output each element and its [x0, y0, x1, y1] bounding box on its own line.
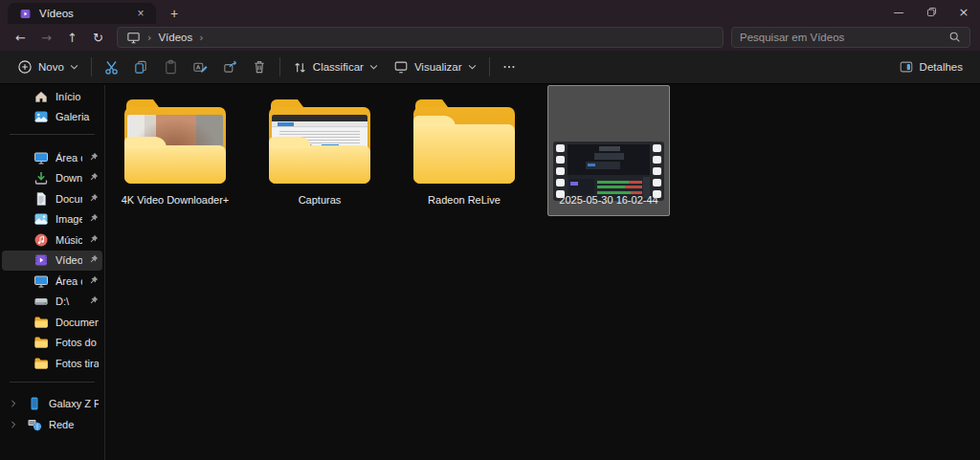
- music-icon: [33, 232, 49, 248]
- window-controls: — ×: [882, 0, 980, 24]
- expand-chevron-icon[interactable]: [10, 398, 17, 409]
- pin-icon: [89, 234, 99, 246]
- sidebar-item-fotos-tiradas[interactable]: Fotos tiradas pelo a: [2, 353, 102, 374]
- folder-icon: [33, 356, 49, 371]
- sidebar-item-label: Galeria: [56, 111, 99, 122]
- tile-radeon-relive[interactable]: Radeon ReLive: [403, 85, 525, 216]
- sidebar-item-label: Início: [56, 91, 99, 102]
- forward-button[interactable]: →: [33, 26, 59, 49]
- sidebar-item-label: Documentos: [56, 193, 82, 205]
- restore-icon: [925, 6, 938, 18]
- sort-button[interactable]: Classificar: [285, 54, 386, 80]
- close-button[interactable]: ×: [947, 0, 980, 24]
- share-icon: [222, 59, 237, 75]
- sidebar-item-fotos-do-aparelho[interactable]: Fotos do aparelho: [2, 333, 102, 354]
- details-pane-label: Detalhes: [920, 61, 963, 73]
- toolbar-separator: [279, 57, 280, 77]
- search-input[interactable]: [740, 32, 948, 43]
- breadcrumb-chevron-icon[interactable]: ›: [199, 32, 203, 44]
- back-button[interactable]: ←: [8, 26, 33, 49]
- folder-icon: [33, 335, 49, 350]
- gallery-icon: [33, 109, 49, 124]
- drive-icon: [33, 294, 49, 309]
- paste-icon: [163, 59, 178, 75]
- refresh-button[interactable]: ↻: [85, 26, 111, 49]
- trash-icon: [252, 59, 267, 75]
- pin-icon: [89, 152, 99, 164]
- sidebar-item-label: D:\: [56, 296, 82, 307]
- rename-icon: [192, 59, 208, 75]
- sidebar-item-documentos-folder[interactable]: Documentos: [2, 312, 102, 333]
- tile-capturas[interactable]: Capturas: [258, 85, 381, 216]
- sidebar-item-area-de-trabalho-2[interactable]: Área de Trabalho: [2, 271, 102, 292]
- view-button[interactable]: Visualizar: [386, 54, 484, 80]
- details-pane-button[interactable]: Detalhes: [891, 54, 970, 80]
- chevron-down-icon: [70, 64, 78, 70]
- rename-button[interactable]: [186, 54, 215, 80]
- paste-button[interactable]: [156, 54, 186, 80]
- file-name: 4K Video Downloader+: [117, 194, 234, 206]
- delete-button[interactable]: [245, 54, 275, 80]
- sidebar-item-label: Fotos tiradas pelo a: [56, 358, 99, 369]
- expand-chevron-icon[interactable]: [10, 419, 17, 430]
- sidebar-item-d-drive[interactable]: D:\: [2, 292, 102, 313]
- cut-button[interactable]: [97, 54, 126, 80]
- home-icon: [33, 89, 49, 104]
- sidebar-item-rede[interactable]: Rede: [2, 414, 102, 435]
- folder-icon-with-preview: [124, 99, 226, 184]
- sidebar-item-label: Rede: [49, 419, 99, 430]
- videos-icon: [19, 8, 32, 20]
- minimize-button[interactable]: —: [882, 0, 915, 24]
- sidebar-separator: [10, 382, 95, 383]
- sidebar-item-label: Galaxy Z Fold6: [49, 398, 99, 409]
- sidebar-item-musicas[interactable]: Músicas: [2, 230, 102, 251]
- sidebar-item-inicio[interactable]: Início: [2, 86, 102, 107]
- tile-4k-video-downloader[interactable]: 4K Video Downloader+: [114, 85, 236, 216]
- up-button[interactable]: ↑: [59, 26, 85, 49]
- sidebar-item-galeria[interactable]: Galeria: [2, 107, 102, 128]
- new-button[interactable]: Novo: [10, 54, 86, 80]
- sidebar-separator: [10, 134, 95, 135]
- main-area: Início Galeria Área de Trabalho Download…: [0, 85, 980, 460]
- sidebar-item-galaxy-z-fold6[interactable]: Galaxy Z Fold6: [2, 394, 102, 415]
- file-name: Radeon ReLive: [406, 194, 523, 206]
- document-icon: [33, 191, 49, 207]
- toolbar-separator: [91, 57, 92, 77]
- desktop-icon: [33, 274, 49, 289]
- video-thumbnail: [553, 142, 664, 201]
- sidebar-item-label: Fotos do aparelho: [56, 337, 99, 348]
- file-name: 2025-05-30 16-02-44: [550, 194, 667, 206]
- sidebar-item-imagens[interactable]: Imagens: [2, 209, 102, 230]
- filmstrip-holes: [556, 144, 565, 198]
- tab-close-icon[interactable]: ×: [133, 6, 148, 21]
- copy-button[interactable]: [126, 54, 156, 80]
- address-bar[interactable]: › Vídeos ›: [117, 27, 724, 48]
- sidebar-item-label: Documentos: [56, 317, 99, 328]
- downloads-icon: [33, 170, 49, 186]
- new-button-label: Novo: [38, 61, 64, 73]
- folder-icon: [33, 315, 49, 330]
- video-frame: [568, 144, 650, 198]
- tiles-row: 4K Video Downloader+ Capturas: [114, 85, 980, 216]
- videos-icon: [33, 252, 49, 268]
- search-box[interactable]: [731, 27, 970, 48]
- new-tab-button[interactable]: +: [165, 4, 184, 23]
- tile-video-recording[interactable]: 2025-05-30 16-02-44: [547, 85, 670, 216]
- sidebar-item-documentos[interactable]: Documentos: [2, 188, 102, 209]
- file-explorer-window: Vídeos × + — × ← → ↑ ↻ › Vídeos ›: [0, 0, 980, 460]
- share-button[interactable]: [215, 54, 245, 80]
- restore-button[interactable]: [915, 0, 947, 24]
- breadcrumb-item[interactable]: Vídeos: [158, 32, 192, 43]
- sort-icon: [293, 60, 307, 75]
- sidebar-item-downloads[interactable]: Downloads: [2, 168, 102, 189]
- scissors-icon: [103, 59, 120, 76]
- sidebar-item-label: Vídeos: [56, 254, 82, 266]
- sidebar-item-label: Imagens: [56, 213, 82, 225]
- sidebar-item-area-de-trabalho[interactable]: Área de Trabalho: [2, 147, 102, 168]
- copy-icon: [133, 59, 148, 75]
- more-options-button[interactable]: [495, 54, 524, 80]
- pin-icon: [89, 254, 99, 266]
- explorer-tab[interactable]: Vídeos ×: [8, 3, 156, 24]
- sidebar-item-videos[interactable]: Vídeos: [2, 251, 102, 272]
- file-list-area[interactable]: 4K Video Downloader+ Capturas: [105, 85, 980, 460]
